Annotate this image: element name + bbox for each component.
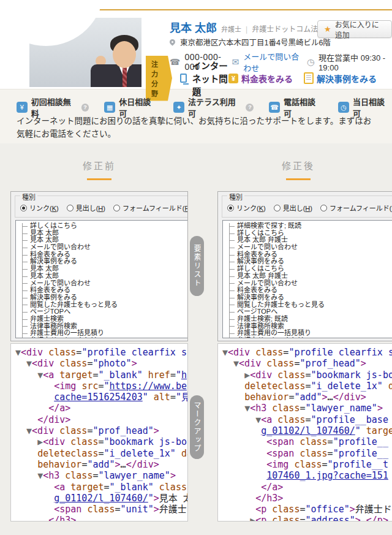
expand-arrow-icon[interactable]: ▼ bbox=[26, 425, 32, 436]
element-list-item[interactable]: 弁護士ドットコムとは bbox=[16, 337, 188, 338]
case-examples-link[interactable]: 解決事例をみる bbox=[304, 72, 377, 85]
favorite-button-label: お気に入りに追加 bbox=[335, 19, 385, 40]
element-list-item-label: 見本 太郎 bbox=[30, 272, 59, 279]
phone-icon: ☎ bbox=[170, 58, 180, 66]
radio-label: リンク(K) bbox=[236, 203, 266, 213]
tree-tick bbox=[22, 233, 28, 234]
code-line: <span class="unit">弁護士 bbox=[15, 504, 187, 515]
element-list-item-label: 料金表をみる bbox=[30, 286, 70, 294]
radio-option[interactable]: フォームフィールド(F) bbox=[113, 203, 188, 213]
markup-pill: マークアップ bbox=[190, 395, 204, 459]
element-list-item-label: 詳しくはこちら bbox=[237, 265, 284, 272]
code-line: cache=1516254203" alt="見 bbox=[15, 392, 187, 403]
tree-tick bbox=[22, 298, 28, 298]
expand-arrow-icon[interactable]: ▼ bbox=[255, 414, 261, 425]
code-line: g_01102/l_107460/" target= bbox=[222, 425, 392, 436]
markup-panel-before: ▼<div class="profile clearfix s ▼<div cl… bbox=[10, 343, 188, 522]
code-line: </a> bbox=[222, 482, 392, 493]
add-favorite-button[interactable]: ★ お気に入りに追加 bbox=[317, 20, 392, 38]
code-line: <a target="_blank" class bbox=[15, 482, 187, 493]
radio-label: 見出し(H) bbox=[76, 203, 105, 213]
elements-tree-before: 詳しくはこちら見本 太郎見本 太郎メールで問い合わせ料金表をみる解決事例をみる見… bbox=[16, 221, 188, 338]
focus-area-name: インターネット問題 bbox=[192, 59, 228, 97]
tree-tick bbox=[22, 269, 28, 270]
code-line: deleteclass="i_delete_1x" da bbox=[222, 381, 392, 392]
expand-arrow-icon[interactable]: ▶ bbox=[250, 515, 255, 522]
element-list-item-label: 解決事例をみる bbox=[237, 257, 284, 265]
tree-tick bbox=[229, 326, 235, 327]
radio-label: リンク(K) bbox=[29, 203, 59, 213]
tree-tick bbox=[229, 262, 235, 262]
feature-badge-icon: ✦ bbox=[173, 102, 184, 113]
expand-arrow-icon[interactable]: ▶ bbox=[37, 436, 43, 447]
element-list-item-label: ページTOPへ bbox=[30, 308, 70, 315]
address-text: 東京都港区六本木四丁目1番4号黒崎ビル6階 bbox=[180, 36, 331, 48]
map-pin-icon bbox=[168, 38, 176, 46]
code-line: </h3> bbox=[15, 515, 187, 522]
expand-arrow-icon[interactable]: ▼ bbox=[37, 370, 43, 381]
star-icon: ★ bbox=[324, 25, 331, 34]
elements-list-panel-after: 種別 リンク(K)見出し(H)フォームフィールド(F)ボタン(B) 詳細検索で探… bbox=[217, 191, 392, 341]
expand-arrow-icon[interactable]: ▼ bbox=[37, 470, 43, 481]
help-icon[interactable]: ? bbox=[81, 104, 89, 112]
expand-arrow-icon[interactable]: ▼ bbox=[233, 358, 239, 369]
element-list-item-label: 解決事例をみる bbox=[237, 294, 284, 301]
clock-icon: ◷ bbox=[307, 58, 314, 66]
element-list-item-label: 解決事例をみる bbox=[30, 257, 77, 265]
tree-tick bbox=[22, 312, 28, 313]
radio-circle bbox=[274, 205, 281, 211]
type-legend: 種別 bbox=[20, 192, 37, 202]
radio-option[interactable]: 見出し(H) bbox=[274, 203, 312, 213]
code-line: ▶<p class="address">…</p> bbox=[222, 515, 392, 522]
code-before: ▼<div class="profile clearfix s ▼<div cl… bbox=[11, 344, 187, 522]
radio-option[interactable]: 見出し(H) bbox=[67, 203, 105, 213]
code-line: </div> bbox=[15, 414, 187, 425]
tree-tick bbox=[22, 248, 28, 248]
tree-tick bbox=[229, 283, 235, 284]
element-list-item[interactable]: 弁護士ドットコムとは bbox=[223, 337, 392, 338]
code-line: <span class="profile__ bbox=[222, 436, 392, 447]
elements-listbox-before: 詳しくはこちら見本 太郎見本 太郎メールで問い合わせ料金表をみる解決事例をみる見… bbox=[15, 220, 188, 338]
code-line: behavior="add">…</div> bbox=[15, 459, 187, 470]
type-fieldset: 種別 リンク(K)見出し(H)フォームフィールド(F)ボタン(B) bbox=[15, 195, 188, 218]
radio-option[interactable]: フォームフィールド(F) bbox=[320, 203, 392, 213]
address-row: 東京都港区六本木四丁目1番4号黒崎ビル6階 bbox=[170, 36, 331, 48]
tree-tick bbox=[229, 255, 235, 256]
document-icon bbox=[304, 72, 314, 84]
tree-tick bbox=[229, 305, 235, 305]
tree-tick bbox=[229, 333, 235, 334]
expand-arrow-icon[interactable]: ▼ bbox=[222, 347, 228, 358]
tree-tick bbox=[229, 319, 235, 320]
tree-tick bbox=[229, 312, 235, 313]
code-line: </a> bbox=[15, 403, 187, 414]
expand-arrow-icon[interactable]: ▼ bbox=[15, 347, 21, 358]
radio-option[interactable]: リンク(K) bbox=[227, 203, 266, 213]
code-line: ▼<h3 class="lawyer_name"> bbox=[15, 470, 187, 481]
code-line: ▼<div class="prof_head"> bbox=[222, 358, 392, 369]
after-label-underline bbox=[286, 178, 311, 180]
expand-arrow-icon[interactable]: ▼ bbox=[244, 403, 250, 414]
element-list-item-label: ページTOPへ bbox=[237, 308, 277, 315]
focus-area-row: 注力分野 インターネット問題 ¥料金表をみる 解決事例をみる bbox=[146, 70, 377, 86]
tree-tick bbox=[229, 226, 235, 227]
tree-tick bbox=[22, 283, 28, 284]
lawyer-title: 弁護士 bbox=[221, 26, 241, 33]
radio-label: 見出し(H) bbox=[283, 203, 312, 213]
element-list-item-label: 見本 太郎 bbox=[30, 236, 59, 243]
code-line: ▼<h3 class="lawyer_name"> bbox=[222, 403, 392, 414]
code-line: 107460_1.jpg?cache=151 bbox=[222, 470, 392, 481]
radio-option[interactable]: リンク(K) bbox=[20, 203, 59, 213]
code-line: behavior="add">…</div> bbox=[222, 392, 392, 403]
price-list-link[interactable]: ¥料金表をみる bbox=[228, 72, 293, 85]
help-icon[interactable]: ? bbox=[246, 104, 254, 112]
type-radio-row: リンク(K)見出し(H)フォームフィールド(F)ボタン(B) bbox=[20, 203, 188, 213]
expand-arrow-icon[interactable]: ▶ bbox=[244, 370, 250, 381]
type-fieldset: 種別 リンク(K)見出し(H)フォームフィールド(F)ボタン(B) bbox=[222, 195, 392, 218]
element-list-item-label: 詳細検索で探す; 既読 bbox=[237, 222, 301, 229]
feature-badge-icon: ◷ bbox=[338, 102, 349, 113]
lawyer-name: 見本 太郎 bbox=[170, 22, 217, 34]
expand-arrow-icon[interactable]: ▼ bbox=[26, 358, 32, 369]
after-label: 修正後 bbox=[217, 159, 379, 172]
radio-label: フォームフィールド(F) bbox=[123, 203, 188, 213]
code-line: ▶<div class="bookmark js-bo bbox=[15, 436, 187, 447]
